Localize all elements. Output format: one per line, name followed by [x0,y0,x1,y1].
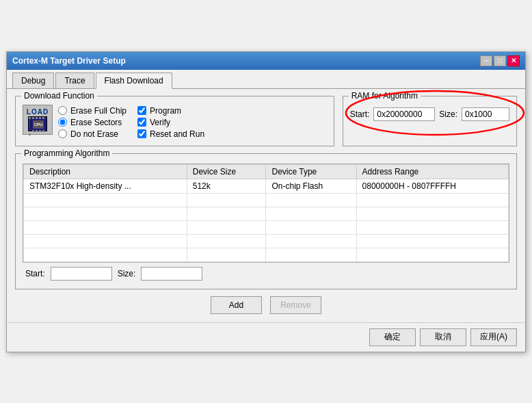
empty-row-2 [24,207,509,220]
svg-text:CPU: CPU [34,122,43,127]
col-description: Description [24,164,187,179]
tab-flash-download[interactable]: Flash Download [96,73,172,89]
empty-row-3 [24,220,509,234]
cell-description: STM32F10x High-density ... [24,179,187,193]
maximize-button[interactable]: □ [494,55,506,66]
empty-row-1 [24,193,509,207]
reset-run-checkbox[interactable] [137,129,146,138]
erase-sectors-option[interactable]: Erase Sectors [58,118,127,127]
prog-size-input[interactable] [141,267,202,281]
reset-run-label: Reset and Run [150,129,204,139]
ram-algorithm-label: RAM for Algorithm [349,91,421,101]
svg-rect-4 [42,117,44,119]
erase-full-chip-label: Erase Full Chip [70,106,127,116]
ram-start-input[interactable] [373,107,435,121]
load-text: LOAD [27,108,49,116]
ram-start-label: Start: [350,109,370,119]
prog-start-input[interactable] [51,267,112,281]
svg-rect-8 [42,130,44,132]
ram-size-input[interactable] [462,107,509,121]
reset-run-option[interactable]: Reset and Run [137,129,204,139]
main-window: Cortex-M Target Driver Setup ─ □ ✕ Debug… [6,51,526,352]
svg-rect-6 [36,130,38,132]
download-function-label: Download Function [21,91,97,101]
verify-checkbox[interactable] [137,118,146,127]
erase-radio-group: Erase Full Chip Erase Sectors Do not Era… [58,106,127,139]
svg-rect-2 [36,117,38,119]
download-function-inner: LOAD [23,105,327,139]
tab-content: Download Function LOAD [7,89,525,322]
ram-algorithm-group: RAM for Algorithm Start: Size: [343,96,517,146]
tab-trace[interactable]: Trace [55,73,94,88]
prog-start-label: Start: [25,269,45,278]
footer-bar: 确定 取消 应用(A) [7,322,525,352]
window-title: Cortex-M Target Driver Setup [12,56,126,66]
apply-button[interactable]: 应用(A) [470,328,517,346]
svg-rect-5 [32,130,34,132]
erase-full-chip-option[interactable]: Erase Full Chip [58,106,127,116]
empty-row-4 [24,234,509,248]
ram-size-label: Size: [439,109,457,119]
table-header-row: Description Device Size Device Type Addr… [24,164,509,179]
top-section: Download Function LOAD [15,96,517,146]
action-button-row: Add Remove [15,296,517,314]
download-function-group: Download Function LOAD [15,96,334,146]
do-not-erase-option[interactable]: Do not Erase [58,129,127,139]
add-button[interactable]: Add [211,296,262,314]
programming-algorithm-group: Programming Algorithm Description Device… [15,153,517,289]
chip-svg: CPU [29,117,48,132]
program-option[interactable]: Program [137,106,204,116]
ram-start-row: Start: Size: [350,107,509,121]
svg-rect-3 [39,117,41,119]
close-button[interactable]: ✕ [507,55,520,66]
empty-row-5 [24,248,509,261]
col-device-type: Device Type [266,164,356,179]
remove-button[interactable]: Remove [270,296,321,314]
program-checkbox[interactable] [137,106,146,115]
col-device-size: Device Size [187,164,266,179]
do-not-erase-label: Do not Erase [70,129,118,139]
erase-sectors-radio[interactable] [58,118,67,127]
prog-size-label: Size: [118,269,136,278]
algorithm-table-container: Description Device Size Device Type Addr… [23,164,509,263]
ok-button[interactable]: 确定 [369,328,416,346]
title-bar: Cortex-M Target Driver Setup ─ □ ✕ [7,52,525,70]
do-not-erase-radio[interactable] [58,129,67,138]
prog-bottom-row: Start: Size: [25,267,509,281]
title-bar-buttons: ─ □ ✕ [480,55,520,66]
table-row[interactable]: STM32F10x High-density ... 512k On-chip … [24,179,509,193]
erase-full-chip-radio[interactable] [58,106,67,115]
erase-sectors-label: Erase Sectors [70,118,122,127]
tab-bar: Debug Trace Flash Download [7,70,525,89]
minimize-button[interactable]: ─ [480,55,492,66]
load-icon: LOAD [23,105,53,135]
verify-option[interactable]: Verify [137,118,204,127]
algorithm-table: Description Device Size Device Type Addr… [23,164,509,262]
chip-image: CPU [28,116,47,131]
col-address-range: Address Range [356,164,508,179]
cell-address-range: 08000000H - 0807FFFFH [356,179,508,193]
options-check-group: Program Verify Reset and Run [137,106,204,139]
tab-debug[interactable]: Debug [12,73,54,88]
cell-device-size: 512k [187,179,266,193]
svg-rect-7 [39,130,41,132]
verify-label: Verify [150,118,170,127]
cell-device-type: On-chip Flash [266,179,356,193]
programming-algorithm-label: Programming Algorithm [21,148,112,158]
program-label: Program [150,106,181,116]
svg-rect-1 [32,117,34,119]
cancel-button[interactable]: 取消 [420,328,466,346]
